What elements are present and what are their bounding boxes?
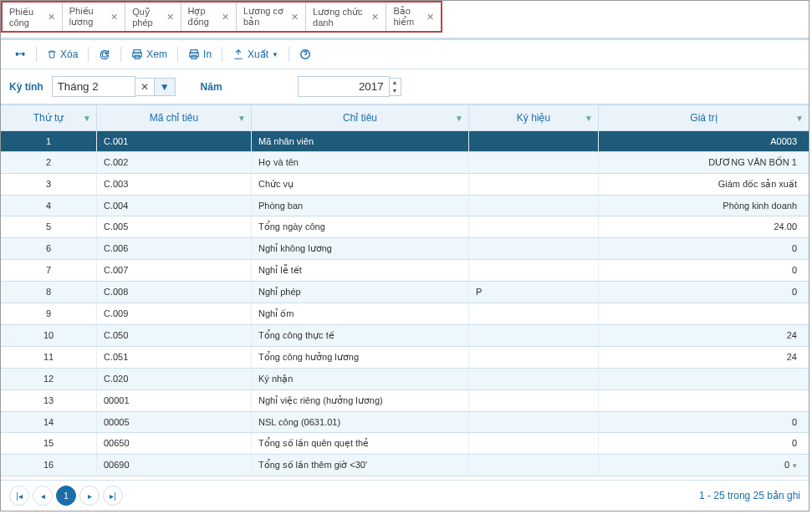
table-row[interactable]: 5C.005Tổng ngày công24.00: [1, 216, 809, 238]
spinner-up-icon[interactable]: ▲: [390, 79, 401, 87]
search-button[interactable]: [8, 45, 33, 64]
year-input[interactable]: [298, 76, 390, 97]
table-row[interactable]: 10C.050Tổng công thực tế24: [1, 325, 809, 347]
table-row[interactable]: 3C.003Chức vụGiám đốc sản xuất: [1, 174, 809, 196]
print-button[interactable]: In: [181, 45, 218, 64]
table-row[interactable]: 1300001Nghỉ việc riêng (hưởng lương): [1, 390, 809, 412]
header-thu-tu[interactable]: Thứ tự▼: [1, 105, 97, 130]
period-select[interactable]: ✕ ▼: [52, 76, 176, 97]
table-row[interactable]: 1400005NSL công (0631.01)0: [1, 412, 809, 433]
cell-chi: Phòng ban: [252, 196, 469, 216]
close-icon[interactable]: ✕: [166, 12, 174, 23]
view-button[interactable]: Xem: [125, 45, 174, 64]
cell-ma: C.051: [97, 347, 252, 368]
tab-5[interactable]: Lương chức danh✕: [306, 3, 386, 31]
filter-icon[interactable]: ▼: [795, 114, 804, 123]
table-row[interactable]: 4C.004Phòng banPhòng kinh doanh: [1, 196, 809, 216]
cell-ma: 00690: [97, 455, 252, 476]
tab-3[interactable]: Hợp đồng✕: [181, 3, 237, 31]
cell-ma: 00650: [97, 433, 252, 454]
filter-bar: Kỳ tính ✕ ▼ Năm ▲ ▼: [1, 69, 809, 104]
table-row[interactable]: 12C.020Ký nhận: [1, 369, 809, 390]
export-label: Xuất: [248, 48, 268, 60]
table-row[interactable]: 1500650Tổng số lần quên quẹt thẻ0: [1, 433, 809, 455]
close-icon[interactable]: ✕: [371, 12, 379, 23]
tab-0[interactable]: Phiếu công✕: [3, 3, 63, 31]
cell-tt: 16: [1, 455, 97, 476]
table-row[interactable]: 7C.007Nghỉ lễ tết0: [1, 260, 809, 282]
chevron-down-icon[interactable]: ▼: [155, 78, 176, 96]
table-row[interactable]: 9C.009Nghỉ ốm: [1, 303, 809, 325]
tab-2[interactable]: Quỹ phép✕: [125, 3, 181, 31]
year-select[interactable]: ▲ ▼: [298, 76, 401, 97]
pager-next-button[interactable]: ▸: [79, 486, 100, 506]
pager-last-button[interactable]: ▸|: [103, 486, 123, 506]
svg-rect-4: [190, 53, 199, 57]
view-label: Xem: [146, 48, 167, 60]
separator: [120, 47, 121, 62]
tab-label: Phiếu công: [9, 7, 44, 28]
cell-ma: 00005: [97, 412, 252, 432]
close-icon[interactable]: ✕: [222, 12, 229, 23]
close-icon[interactable]: ✕: [291, 12, 299, 23]
tab-label: Lương cơ bản: [243, 6, 288, 28]
dropdown-caret-icon: ▼: [272, 51, 278, 59]
year-spinner[interactable]: ▲ ▼: [390, 78, 401, 96]
delete-button[interactable]: Xóa: [40, 45, 84, 64]
cell-tt: 6: [1, 238, 97, 259]
refresh-icon: [99, 48, 110, 60]
cell-chi: Tổng số lần thêm giờ <30': [252, 455, 469, 476]
cell-chi: Nghỉ việc riêng (hưởng lương): [252, 390, 469, 411]
header-ma-chi-tieu[interactable]: Mã chỉ tiêu▼: [97, 105, 252, 130]
cell-ma: C.003: [97, 174, 252, 195]
clear-icon[interactable]: ✕: [135, 78, 155, 96]
cell-gt: [599, 303, 809, 324]
filter-icon[interactable]: ▼: [237, 114, 246, 123]
pager-page-button[interactable]: 1: [56, 486, 76, 506]
cell-tt: 12: [1, 369, 97, 389]
print-label: In: [203, 48, 212, 60]
table-row[interactable]: 1C.001Mã nhân viênA0003: [1, 131, 809, 152]
table-row[interactable]: 6C.006Nghỉ không lương0: [1, 238, 809, 260]
separator: [222, 47, 222, 62]
table-row[interactable]: 8C.008Nghỉ phépP0: [1, 282, 809, 303]
refresh-button[interactable]: [92, 45, 117, 64]
close-icon[interactable]: ✕: [48, 12, 55, 23]
year-label: Năm: [201, 81, 222, 93]
header-gia-tri[interactable]: Giá trị▼: [599, 105, 809, 130]
cell-tt: 4: [1, 196, 97, 216]
tab-label: Hợp đồng: [188, 6, 219, 28]
filter-icon[interactable]: ▼: [585, 114, 593, 123]
pager-prev-button[interactable]: ◂: [33, 486, 53, 506]
tab-1[interactable]: Phiếu lương✕: [63, 3, 126, 31]
grid-header: Thứ tự▼ Mã chỉ tiêu▼ Chỉ tiêu▼ Ký hiệu▼ …: [1, 105, 809, 131]
cell-chi: Tổng số lần quên quẹt thẻ: [252, 433, 469, 454]
pager-first-button[interactable]: |◂: [9, 486, 29, 506]
cell-ma: C.007: [97, 260, 252, 281]
cell-tt: 8: [1, 282, 97, 303]
header-ky-hieu[interactable]: Ký hiệu▼: [469, 105, 599, 130]
table-row[interactable]: 2C.002Họ và tênDƯƠNG VĂN BỐN 1: [1, 152, 809, 174]
help-button[interactable]: [293, 45, 318, 64]
spinner-down-icon[interactable]: ▼: [390, 87, 401, 95]
cell-ma: C.009: [97, 303, 252, 324]
filter-icon[interactable]: ▼: [455, 114, 463, 123]
period-input[interactable]: [52, 76, 135, 97]
grid-body[interactable]: 1C.001Mã nhân viênA00032C.002Họ và tênDƯ…: [1, 131, 809, 476]
tab-6[interactable]: Bảo hiểm✕: [386, 3, 441, 31]
tab-4[interactable]: Lương cơ bản✕: [237, 3, 306, 31]
table-row[interactable]: 1600690Tổng số lần thêm giờ <30'0▾: [1, 455, 809, 476]
table-row[interactable]: 11C.051Tổng công hưởng lương24: [1, 347, 809, 369]
cell-kh: [469, 238, 599, 259]
close-icon[interactable]: ✕: [426, 12, 434, 23]
cell-gt: [599, 369, 809, 389]
filter-icon[interactable]: ▼: [83, 114, 91, 123]
chevron-down-icon[interactable]: ▾: [793, 461, 797, 470]
pager-info: 1 - 25 trong 25 bản ghi: [699, 490, 800, 501]
export-button[interactable]: Xuất ▼: [226, 45, 285, 64]
cell-gt: Giám đốc sản xuất: [599, 174, 809, 195]
cell-chi: Tổng công hưởng lương: [252, 347, 469, 368]
close-icon[interactable]: ✕: [110, 12, 118, 23]
cell-gt: DƯƠNG VĂN BỐN 1: [599, 152, 809, 173]
header-chi-tieu[interactable]: Chỉ tiêu▼: [252, 105, 469, 130]
